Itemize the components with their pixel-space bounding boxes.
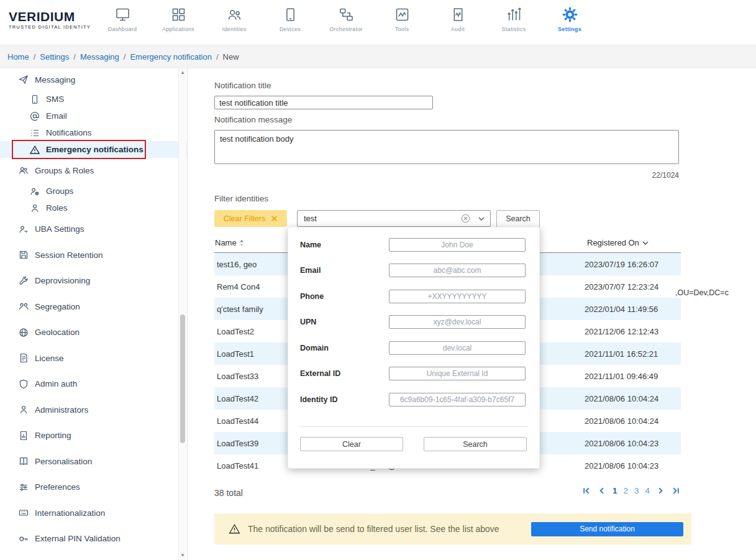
- sidebar-item-label: Preferences: [35, 482, 80, 492]
- shield-icon: [19, 379, 29, 389]
- scrollbar-thumb[interactable]: [180, 314, 185, 443]
- sidebar-item-sms[interactable]: SMS: [0, 91, 187, 108]
- devices-icon: [282, 6, 299, 23]
- sidebar-item-roles[interactable]: Roles: [0, 200, 187, 216]
- chevron-down-icon: [642, 241, 649, 245]
- identity-search-input[interactable]: [298, 214, 461, 223]
- name-header-label: Name: [215, 238, 237, 247]
- clear-filters-label: Clear Filters: [224, 214, 265, 223]
- panel-name-label: Name: [300, 241, 389, 249]
- sidebar-item-label: SMS: [46, 94, 64, 104]
- sidebar-item-label: Segregation: [35, 302, 80, 311]
- sidebar-item-internationalization[interactable]: Internationalization: [0, 500, 187, 526]
- next-page-icon[interactable]: [656, 486, 665, 495]
- breadcrumb: Home / Settings / Messaging / Emergency …: [0, 45, 756, 68]
- sidebar-item-notifications[interactable]: Notifications: [0, 124, 187, 141]
- sidebar-item-deprovisioning[interactable]: Deprovisioning: [0, 268, 187, 294]
- panel-identity-id-input[interactable]: [389, 393, 526, 406]
- nav-settings[interactable]: Settings: [542, 4, 598, 32]
- sidebar-item-admin-auth[interactable]: Admin auth: [0, 371, 187, 397]
- sidebar-item-label: Roles: [46, 203, 68, 213]
- panel-phone-input[interactable]: [389, 290, 526, 303]
- scrollbar-up-icon[interactable]: ▲: [179, 68, 186, 77]
- sidebar-item-label: UBA Settings: [35, 224, 84, 234]
- sidebar-item-messaging[interactable]: Messaging: [0, 68, 187, 91]
- sidebar-item-reporting[interactable]: Reporting: [0, 423, 187, 449]
- nav-tools[interactable]: Tools: [374, 4, 430, 32]
- nav-applications[interactable]: Applications: [150, 4, 206, 32]
- dashboard-icon: [114, 6, 131, 23]
- breadcrumb-home[interactable]: Home: [7, 52, 29, 62]
- identities-icon: [226, 6, 243, 23]
- prev-page-icon[interactable]: [597, 486, 606, 495]
- sidebar-item-emergency-notifications[interactable]: Emergency notifications: [0, 141, 187, 158]
- page-number-2[interactable]: 2: [623, 486, 628, 495]
- sidebar-item-label: Messaging: [35, 75, 75, 85]
- nav-orchestrator[interactable]: Orchestrator: [318, 4, 374, 32]
- sidebar-item-session-retention[interactable]: Session Retention: [0, 242, 187, 269]
- sort-icon: [239, 239, 244, 247]
- sidebar-item-email[interactable]: Email: [0, 108, 187, 124]
- sidebar-item-external-pin-validation[interactable]: External PIN Validation: [0, 526, 187, 552]
- sidebar-item-label: Internationalization: [35, 508, 105, 518]
- sidebar-item-personalisation[interactable]: Personalisation: [0, 449, 187, 475]
- send-notification-button[interactable]: Send notification: [531, 522, 683, 536]
- sidebar-item-license[interactable]: License: [0, 346, 187, 372]
- panel-email-input[interactable]: [389, 264, 526, 277]
- breadcrumb-messaging[interactable]: Messaging: [80, 52, 119, 62]
- name-column-header[interactable]: Name: [215, 238, 244, 247]
- main-content: Notification title Notification message …: [188, 68, 756, 560]
- panel-clear-button[interactable]: Clear: [300, 437, 403, 451]
- close-icon[interactable]: [271, 215, 278, 222]
- settings-icon: [562, 6, 578, 23]
- identity-registered: 2021/08/06 10:04:24: [585, 394, 678, 403]
- document-icon: [19, 353, 29, 363]
- sidebar-item-preferences[interactable]: Preferences: [0, 474, 187, 500]
- breadcrumb-separator: /: [124, 52, 126, 62]
- sidebar-item-groups[interactable]: Groups: [0, 183, 187, 200]
- last-page-icon[interactable]: [672, 486, 681, 495]
- sidebar-item-label: Groups & Roles: [35, 166, 94, 175]
- nav-statistics[interactable]: Statistics: [486, 4, 542, 32]
- sidebar-item-administrators[interactable]: Administrators: [0, 397, 187, 423]
- notification-title-input[interactable]: [214, 96, 433, 109]
- panel-domain-input[interactable]: [389, 341, 526, 355]
- notification-message-textarea[interactable]: test notification body: [214, 130, 679, 164]
- nav-dashboard[interactable]: Dashboard: [94, 4, 150, 32]
- chevron-down-icon[interactable]: [478, 217, 485, 221]
- scrollbar-down-icon[interactable]: ▼: [179, 551, 186, 560]
- breadcrumb-settings[interactable]: Settings: [40, 52, 69, 62]
- panel-search-button[interactable]: Search: [424, 437, 527, 451]
- sidebar-item-geolocation[interactable]: Geolocation: [0, 319, 187, 346]
- veridium-logo[interactable]: VERIDIUM TRUSTED DIGITAL IDENTITY: [9, 10, 94, 30]
- clear-filters-chip[interactable]: Clear Filters: [214, 210, 287, 227]
- people-icon: [19, 165, 29, 175]
- clear-circle-icon[interactable]: [461, 214, 470, 223]
- identity-registered: 2021/08/06 10:04:24: [585, 416, 678, 426]
- page-number-4[interactable]: 4: [645, 486, 650, 495]
- identity-registered: 2022/01/04 11:49:56: [585, 305, 678, 314]
- sidebar-item-segregation[interactable]: Segregation: [0, 294, 187, 320]
- panel-name-input[interactable]: [389, 238, 526, 252]
- panel-domain-label: Domain: [300, 344, 389, 352]
- nav-label: Audit: [451, 26, 465, 32]
- sidebar-item-label: Deprovisioning: [35, 276, 90, 285]
- page-number-1[interactable]: 1: [613, 486, 617, 495]
- panel-upn-input[interactable]: [389, 315, 526, 329]
- filter-identities-label: Filter identities: [214, 194, 268, 203]
- veridium-admin-page: VERIDIUM TRUSTED DIGITAL IDENTITY Dashbo…: [0, 0, 756, 560]
- nav-audit[interactable]: Audit: [430, 4, 486, 32]
- sidebar-item-uba-settings[interactable]: UBA Settings: [0, 216, 187, 242]
- sidebar-item-label: Email: [46, 111, 67, 121]
- person-icon: [19, 405, 29, 415]
- sidebar-scrollbar: ▲ ▼: [178, 68, 186, 560]
- search-button[interactable]: Search: [496, 210, 540, 227]
- sidebar-item-groups-roles[interactable]: Groups & Roles: [0, 158, 187, 183]
- nav-identities[interactable]: Identities: [206, 4, 262, 32]
- registered-on-column-header[interactable]: Registered On: [587, 238, 649, 247]
- panel-external-id-input[interactable]: [389, 367, 526, 380]
- page-number-3[interactable]: 3: [634, 486, 639, 495]
- breadcrumb-emergency-notification[interactable]: Emergency notification: [130, 52, 212, 62]
- first-page-icon[interactable]: [581, 486, 591, 495]
- nav-devices[interactable]: Devices: [262, 4, 318, 32]
